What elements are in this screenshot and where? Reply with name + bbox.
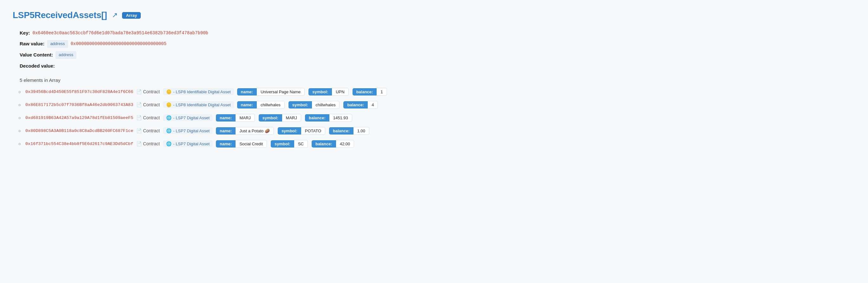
asset-type-icon: 🌐 bbox=[166, 115, 172, 120]
field-group: balance:1451.93 bbox=[305, 114, 352, 122]
key-value: 0x6460ee3c0aac563ccbf76d6e1d07bada78e3a9… bbox=[33, 29, 209, 36]
field-group: symbol:POTATO bbox=[278, 127, 325, 135]
field-value: chillwhales bbox=[257, 101, 285, 109]
asset-type-icon: 🪙 bbox=[166, 102, 172, 107]
contract-icon: 📄 bbox=[136, 102, 142, 107]
value-content-tag: address bbox=[56, 51, 76, 59]
field-groups: name:Just a Potato 🥔symbol:POTATObalance… bbox=[216, 127, 369, 135]
raw-value-row: Raw value: address 0x0000000000000000000… bbox=[20, 40, 855, 48]
contract-icon: 📄 bbox=[136, 89, 142, 94]
field-label: name: bbox=[237, 101, 257, 109]
field-label: symbol: bbox=[288, 101, 312, 109]
field-value: Social Credit bbox=[236, 140, 267, 148]
field-label: symbol: bbox=[278, 127, 301, 135]
asset-type-label: - LSP8 Identifiable Digital Asset bbox=[173, 89, 230, 94]
field-group: symbol:chillwhales bbox=[288, 101, 340, 109]
field-group: balance:1.00 bbox=[329, 127, 369, 135]
value-content-row: Value Content: address bbox=[20, 51, 855, 59]
field-group: symbol:UPN bbox=[308, 88, 348, 96]
field-value: 42.00 bbox=[336, 140, 354, 148]
contract-icon: 📄 bbox=[136, 128, 142, 133]
key-label: Key: bbox=[20, 29, 30, 37]
asset-address[interactable]: 0xd681919B63A42A57a9a129A78d1fEb81509aee… bbox=[25, 115, 133, 120]
asset-type-icon: 🪙 bbox=[166, 89, 172, 94]
field-value: chillwhales bbox=[312, 101, 340, 109]
asset-type-label: - LSP7 Digital Asset bbox=[173, 115, 210, 120]
asset-list: 0x39456Bcd4D450E55f851F97c30dF828A4e1f6C… bbox=[13, 88, 855, 148]
array-badge: Array bbox=[122, 12, 141, 19]
asset-type-icon: 🌐 bbox=[166, 141, 172, 146]
asset-type-label: - LSP7 Digital Asset bbox=[173, 142, 210, 146]
asset-type-badge: 🪙- LSP8 Identifiable Digital Asset bbox=[163, 101, 234, 108]
page-header: LSP5ReceivedAssets[] ↗ Array bbox=[13, 10, 855, 20]
field-label: name: bbox=[216, 140, 236, 147]
field-group: name:Social Credit bbox=[216, 140, 267, 148]
field-value: MARJ bbox=[236, 114, 254, 122]
field-group: name:MARJ bbox=[216, 114, 255, 122]
field-groups: name:MARJsymbol:MARJbalance:1451.93 bbox=[216, 114, 352, 122]
field-value: Just a Potato 🥔 bbox=[236, 127, 274, 135]
field-label: symbol: bbox=[271, 140, 294, 147]
field-value: 1451.93 bbox=[330, 114, 352, 122]
asset-address[interactable]: 0x16f371bc554C38e4bb8f5E6d2617c9AE3Dd5dC… bbox=[25, 142, 133, 146]
field-label: name: bbox=[237, 88, 257, 95]
raw-value-hex: 0x0000000000000000000000000000000005 bbox=[71, 40, 166, 47]
asset-type-label: - LSP8 Identifiable Digital Asset bbox=[173, 103, 230, 107]
field-value: MARJ bbox=[282, 114, 301, 122]
field-groups: name:Social Creditsymbol:SCbalance:42.00 bbox=[216, 140, 354, 148]
field-group: balance:4 bbox=[343, 101, 378, 109]
raw-value-label: Raw value: bbox=[20, 40, 44, 48]
contract-label: 📄Contract bbox=[136, 102, 160, 107]
asset-type-label: - LSP7 Digital Asset bbox=[173, 129, 210, 133]
field-label: name: bbox=[216, 127, 236, 135]
field-label: balance: bbox=[343, 101, 368, 109]
field-group: name:Universal Page Name bbox=[237, 88, 305, 96]
field-label: name: bbox=[216, 114, 236, 121]
asset-address[interactable]: 0x39456Bcd4D450E55f851F97c30dF828A4e1f6C… bbox=[25, 89, 133, 94]
list-item: 0x39456Bcd4D450E55f851F97c30dF828A4e1f6C… bbox=[25, 88, 855, 96]
asset-type-badge: 🌐- LSP7 Digital Asset bbox=[163, 114, 213, 121]
decoded-section: 5 elements in Array 0x39456Bcd4D450E55f8… bbox=[13, 78, 855, 148]
decoded-label: Decoded value: bbox=[20, 62, 55, 70]
field-value: 1.00 bbox=[353, 127, 369, 135]
asset-address[interactable]: 0x80D898C5A3A0B118a0c8C8aDcdBB260FC687F1… bbox=[25, 129, 133, 133]
field-label: balance: bbox=[312, 140, 336, 147]
field-value: SC bbox=[294, 140, 308, 148]
contract-label: 📄Contract bbox=[136, 128, 160, 133]
field-label: balance: bbox=[329, 127, 353, 135]
field-label: symbol: bbox=[308, 88, 332, 95]
field-group: name:chillwhales bbox=[237, 101, 285, 109]
key-row: Key: 0x6460ee3c0aac563ccbf76d6e1d07bada7… bbox=[20, 29, 855, 37]
field-group: balance:42.00 bbox=[312, 140, 354, 148]
field-label: balance: bbox=[305, 114, 330, 121]
list-item: 0x16f371bc554C38e4bb8f5E6d2617c9AE3Dd5dC… bbox=[25, 140, 855, 148]
field-value: 4 bbox=[368, 101, 378, 109]
external-link-icon[interactable]: ↗ bbox=[112, 11, 118, 19]
list-item: 0x86E817172b5c07f7036Bf8aA46e2db9063743A… bbox=[25, 101, 855, 109]
contract-label: 📄Contract bbox=[136, 141, 160, 146]
field-group: balance:1 bbox=[352, 88, 387, 96]
asset-address[interactable]: 0x86E817172b5c07f7036Bf8aA46e2db9063743A… bbox=[25, 103, 133, 107]
asset-type-icon: 🌐 bbox=[166, 128, 172, 133]
contract-label: 📄Contract bbox=[136, 115, 160, 120]
field-value: 1 bbox=[377, 88, 387, 96]
field-value: UPN bbox=[332, 88, 348, 96]
raw-value-tag: address bbox=[47, 40, 68, 48]
contract-icon: 📄 bbox=[136, 141, 142, 146]
field-value: POTATO bbox=[301, 127, 325, 135]
asset-type-badge: 🌐- LSP7 Digital Asset bbox=[163, 140, 213, 147]
contract-icon: 📄 bbox=[136, 115, 142, 120]
field-label: balance: bbox=[352, 88, 377, 95]
field-group: symbol:SC bbox=[271, 140, 308, 148]
field-label: symbol: bbox=[259, 114, 282, 121]
contract-label: 📄Contract bbox=[136, 89, 160, 94]
list-item: 0xd681919B63A42A57a9a129A78d1fEb81509aee… bbox=[25, 114, 855, 122]
meta-info-list: Key: 0x6460ee3c0aac563ccbf76d6e1d07bada7… bbox=[13, 29, 855, 70]
field-group: symbol:MARJ bbox=[259, 114, 301, 122]
field-groups: name:Universal Page Namesymbol:UPNbalanc… bbox=[237, 88, 387, 96]
page-title: LSP5ReceivedAssets[] bbox=[13, 10, 107, 20]
field-groups: name:chillwhalessymbol:chillwhalesbalanc… bbox=[237, 101, 378, 109]
asset-type-badge: 🌐- LSP7 Digital Asset bbox=[163, 127, 213, 134]
decoded-value-row: Decoded value: bbox=[20, 62, 855, 70]
field-group: name:Just a Potato 🥔 bbox=[216, 127, 274, 135]
